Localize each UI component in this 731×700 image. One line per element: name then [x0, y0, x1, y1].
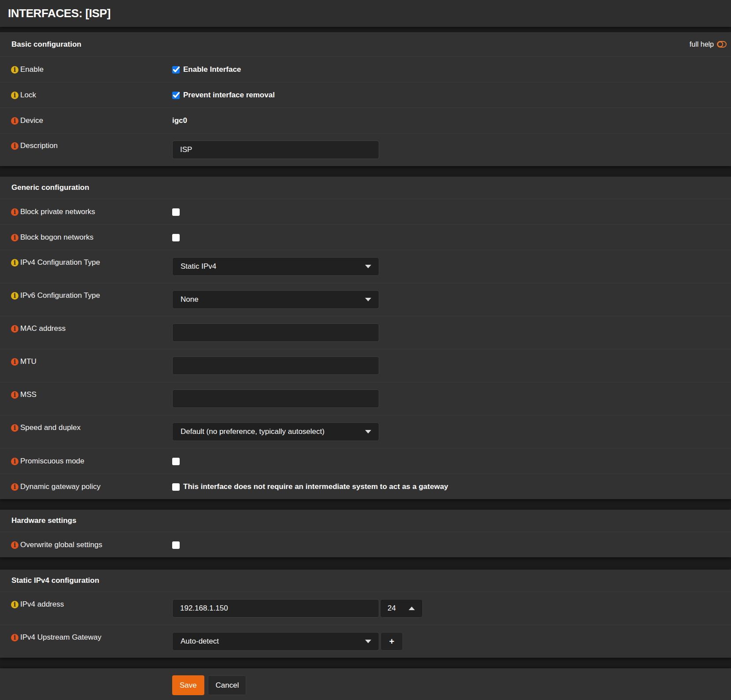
info-icon[interactable]: i	[11, 325, 18, 333]
field-label-cell: iMTU	[0, 349, 172, 382]
form-row-mss: iMSS	[0, 382, 731, 415]
field-label-cell: iMAC address	[0, 316, 172, 349]
form-row-dynamic-gateway-policy: iDynamic gateway policyThis interface do…	[0, 474, 731, 499]
cidr-select-value: 24	[388, 604, 396, 613]
info-icon[interactable]: i	[11, 391, 18, 399]
checkbox-field	[172, 207, 180, 216]
info-icon[interactable]: i	[11, 601, 18, 608]
field-control-cell	[172, 532, 731, 557]
field-label: Overwrite global settings	[20, 540, 102, 550]
field-label: Speed and duplex	[20, 422, 81, 433]
field-control-cell	[172, 382, 731, 415]
field-label-cell: iLock	[0, 82, 172, 107]
field-label: IPv4 address	[20, 599, 64, 610]
section-title: Generic configuration	[11, 183, 89, 192]
field-label-cell: iMSS	[0, 382, 172, 415]
mtu-input[interactable]	[172, 356, 379, 375]
chevron-down-icon	[365, 298, 371, 301]
check-icon	[172, 91, 181, 99]
field-control-cell: Auto-detect+	[172, 625, 731, 658]
field-label: MTU	[20, 356, 37, 367]
form-row-block-private-networks: iBlock private networks	[0, 199, 731, 224]
ipv4-configuration-type-select[interactable]: Static IPv4	[172, 257, 379, 276]
device-name-text: igc0	[172, 115, 187, 126]
save-button[interactable]: Save	[172, 675, 204, 695]
field-label: IPv4 Configuration Type	[20, 257, 100, 268]
select-value: Default (no preference, typically autose…	[181, 427, 325, 436]
field-label: Lock	[20, 90, 36, 100]
description-input[interactable]	[172, 141, 379, 159]
cancel-button[interactable]: Cancel	[208, 675, 246, 695]
field-label-cell: iSpeed and duplex	[0, 415, 172, 448]
field-control-cell: Default (no preference, typically autose…	[172, 415, 731, 448]
form-row-lock: iLockPrevent interface removal	[0, 82, 731, 107]
lock-checkbox[interactable]	[172, 92, 180, 99]
field-label-cell: iPromiscuous mode	[0, 448, 172, 474]
info-icon[interactable]: i	[11, 424, 18, 432]
info-icon[interactable]: i	[11, 259, 18, 267]
form-row-mtu: iMTU	[0, 349, 731, 382]
enable-checkbox[interactable]	[172, 66, 180, 74]
select-value: Static IPv4	[181, 262, 216, 271]
checkbox-label: Prevent interface removal	[183, 90, 275, 100]
field-label-cell: iIPv4 Upstream Gateway	[0, 625, 172, 658]
field-label-cell: iIPv4 address	[0, 592, 172, 625]
cidr-select[interactable]: 24	[380, 599, 423, 618]
chevron-down-icon	[365, 430, 371, 433]
info-icon[interactable]: i	[11, 458, 18, 465]
select-value: None	[181, 295, 199, 304]
section-title: Basic configuration	[11, 40, 81, 49]
info-icon[interactable]: i	[11, 541, 18, 549]
field-control-cell	[172, 349, 731, 382]
info-icon[interactable]: i	[11, 483, 18, 491]
field-label: MSS	[20, 389, 37, 400]
field-label: MAC address	[20, 323, 66, 334]
chevron-up-icon	[409, 607, 415, 610]
section-generic-configuration: Generic configurationiBlock private netw…	[0, 177, 731, 499]
speed-and-duplex-select[interactable]: Default (no preference, typically autose…	[172, 422, 379, 441]
checkbox-field	[172, 456, 180, 465]
form-row-enable: iEnableEnable Interface	[0, 56, 731, 82]
overwrite-global-settings-checkbox[interactable]	[172, 541, 180, 549]
block-private-networks-checkbox[interactable]	[172, 208, 180, 216]
chevron-down-icon	[365, 640, 371, 643]
promiscuous-mode-checkbox[interactable]	[172, 458, 180, 465]
info-icon[interactable]: i	[11, 92, 18, 99]
add-gateway-button[interactable]: +	[380, 632, 403, 651]
field-label-cell: iDevice	[0, 108, 172, 133]
field-control-cell: Static IPv4	[172, 250, 731, 283]
field-label: Block private networks	[20, 207, 95, 217]
field-label-cell: iBlock private networks	[0, 199, 172, 224]
mss-input[interactable]	[172, 389, 379, 408]
checkbox-field: Prevent interface removal	[172, 90, 275, 100]
full-help-toggle[interactable]: full help	[690, 41, 727, 48]
mac-address-input[interactable]	[172, 323, 379, 342]
form-row-block-bogon-networks: iBlock bogon networks	[0, 224, 731, 250]
info-icon[interactable]: i	[11, 66, 18, 74]
field-label-cell: iEnable	[0, 57, 172, 82]
checkbox-field: Enable Interface	[172, 64, 241, 75]
field-label: IPv6 Configuration Type	[20, 290, 100, 301]
ipv4-upstream-gateway-select[interactable]: Auto-detect	[172, 632, 379, 651]
toggle-off-icon	[717, 41, 727, 48]
form-row-ipv4-configuration-type: iIPv4 Configuration TypeStatic IPv4	[0, 250, 731, 283]
field-control-cell	[172, 199, 731, 224]
info-icon[interactable]: i	[11, 234, 18, 241]
info-icon[interactable]: i	[11, 142, 18, 150]
field-control-cell: igc0	[172, 108, 731, 133]
info-icon[interactable]: i	[11, 208, 18, 216]
info-icon[interactable]: i	[11, 634, 18, 641]
field-control-cell	[172, 133, 731, 166]
form-row-ipv4-address: iIPv4 address24	[0, 592, 731, 625]
field-label: Device	[20, 115, 43, 126]
ipv4-address-input[interactable]	[172, 599, 379, 618]
dynamic-gateway-policy-checkbox[interactable]	[172, 483, 180, 491]
field-control-cell: None	[172, 283, 731, 316]
info-icon[interactable]: i	[11, 292, 18, 300]
block-bogon-networks-checkbox[interactable]	[172, 234, 180, 241]
info-icon[interactable]: i	[11, 117, 18, 125]
ipv6-configuration-type-select[interactable]: None	[172, 290, 379, 309]
page-header: INTERFACES: [ISP]	[0, 0, 731, 27]
info-icon[interactable]: i	[11, 358, 18, 366]
form-row-mac-address: iMAC address	[0, 316, 731, 349]
